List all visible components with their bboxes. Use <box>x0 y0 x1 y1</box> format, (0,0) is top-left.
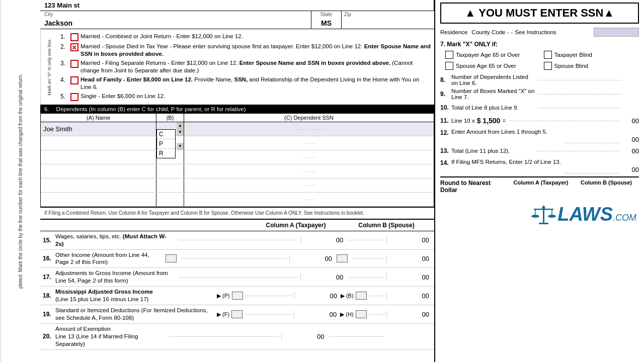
cpr-dropdown: C P R <box>156 129 176 158</box>
dependents-table: (A) Name (B) (C) Dependent SSN Joe Smith… <box>40 114 434 207</box>
round-header: Round to Nearest Dollar Column A (Taxpay… <box>440 176 639 196</box>
laws-logo-area: LAWS .COM <box>440 201 639 228</box>
mark-x-checkbox-2[interactable] <box>544 51 552 59</box>
dep-row-5: · - · - · <box>41 178 434 193</box>
dep-b-6[interactable] <box>156 193 184 206</box>
dep-name-3 <box>41 150 156 164</box>
ssn-banner: ▲ YOU MUST ENTER SSN▲ <box>440 3 639 24</box>
dep-ssn-4: · - · - · <box>184 164 434 178</box>
filing-checkbox-3[interactable] <box>70 60 78 68</box>
laws-wordmark: LAWS .COM <box>557 204 636 225</box>
right-panel: ▲ YOU MUST ENTER SSN▲ Residence County C… <box>435 0 644 362</box>
cpr-option-r[interactable]: R <box>157 149 175 158</box>
filing-status-section: Mark an "X" in only one box. 1. Married … <box>40 29 434 105</box>
right-line-14: 14. If Filing MFS Returns, Enter 1/2 of … <box>440 158 639 173</box>
residence-input[interactable] <box>594 28 639 37</box>
right-val-13: 00 <box>621 147 639 155</box>
residence-label: Residence <box>440 29 467 35</box>
mark-x-checkbox-3[interactable] <box>445 62 453 70</box>
dep-b-5[interactable] <box>156 178 184 192</box>
filing-vertical-label: Mark an "X" in only one box. <box>40 29 58 105</box>
filing-checkbox-5[interactable] <box>70 93 78 101</box>
filing-checkbox-2[interactable] <box>70 43 78 51</box>
filing-item-4: 4. Head of Family - Enter $8,000 on Line… <box>60 76 432 91</box>
county-label: County Code - <box>471 29 509 35</box>
filing-item-3: 3. Married - Filing Separate Returns - E… <box>60 59 432 74</box>
right-line-12: 12. Enter Amount from Lines 1 through 5.… <box>440 128 639 143</box>
dep-name-1: Joe Smith <box>41 122 156 136</box>
filing-item-5: 5. Single - Enter $6,000 on Line 12. <box>60 93 432 101</box>
line15-val-a: 00 <box>300 236 346 244</box>
line19-val-a: 00 <box>294 311 339 318</box>
mark-x-header: 7. Mark "X" ONLY if: <box>440 41 639 48</box>
filing-item-2: 2. Married - Spouse Died in Tax Year - P… <box>60 43 432 58</box>
filing-item-1: 1. Married - Combined or Joint Return - … <box>60 33 432 41</box>
dep-footer: If Filing a Combined Return, Use Column … <box>40 207 434 219</box>
city-state-zip: Jackson MS <box>40 18 434 29</box>
line16-box-a <box>166 254 177 262</box>
mark-x-checkbox-4[interactable] <box>544 62 552 70</box>
income-line-18: 18. Mississippi Adjusted Gross Income(Li… <box>40 287 434 305</box>
right-val-11: 00 <box>621 117 639 125</box>
cpr-option-c[interactable]: C <box>157 130 175 139</box>
dep-b-4[interactable] <box>156 164 184 178</box>
sidebar-text: pleted. Mark the circle by the line numb… <box>0 0 40 362</box>
filing-checkbox-1[interactable] <box>70 33 78 41</box>
line16-val-a: 00 <box>289 255 335 262</box>
line16-box-b <box>337 254 348 262</box>
dep-row-1: Joe Smith ▲ C P R ▼ · · · - · · - · · · … <box>41 122 434 136</box>
dep-ssn-2: · - · - · <box>184 136 434 150</box>
left-panel: 123 Main st City State Zip Jackson MS Ma… <box>40 0 435 362</box>
zip-field <box>342 18 434 29</box>
dep-b-dropdown-down[interactable]: ▼ <box>177 129 184 136</box>
right-line-13: 13. Total (Line 11 plus 12). 00 <box>440 145 639 156</box>
income-line-20: 20. Amount of ExemptionLine 13 (Line 14 … <box>40 324 434 350</box>
address-street-row: 123 Main st <box>40 0 434 11</box>
justice-scale-icon <box>530 201 557 228</box>
street-field: 123 Main st <box>40 0 434 11</box>
see-instructions: See Instructions <box>515 29 556 35</box>
mark-x-grid: Taxpayer Age 65 or Over Taxpayer Blind S… <box>440 51 639 70</box>
line18-box-a <box>232 292 243 300</box>
right-line-9: 9. Number of Boxes Marked "X" on Line 7. <box>440 88 639 100</box>
svg-point-7 <box>542 206 545 209</box>
dep-b-1[interactable]: ▲ C P R ▼ <box>156 122 184 136</box>
dep-name-2 <box>41 136 156 150</box>
mark-x-item-4: Spouse Blind <box>544 62 639 70</box>
residence-row: Residence County Code - - See Instructio… <box>440 28 639 37</box>
cpr-option-p[interactable]: P <box>157 139 175 149</box>
address-labels: City State Zip <box>40 11 434 18</box>
city-field: Jackson <box>40 18 311 29</box>
right-line-10: 10. Total of Line 8 plus Line 9. <box>440 102 639 113</box>
mark-x-item-1: Taxpayer Age 65 or Over <box>445 51 541 59</box>
dep-ssn-6: · - · - · <box>184 193 434 206</box>
mark-x-checkbox-1[interactable] <box>445 51 453 59</box>
round-label: Round to Nearest Dollar <box>440 179 491 194</box>
dep-b-dropdown-up[interactable]: ▲ <box>177 122 184 129</box>
right-val-12: 00 <box>621 136 639 143</box>
filing-items: 1. Married - Combined or Joint Return - … <box>58 29 434 105</box>
dep-b2-dropdown[interactable]: ▼ <box>177 143 184 150</box>
col-a-header: Column A (Taxpayer) <box>251 222 341 229</box>
dep-name-4 <box>41 164 156 178</box>
svg-rect-6 <box>539 223 548 224</box>
line18-val-a: 00 <box>294 292 340 300</box>
right-val-14: 00 <box>621 166 639 173</box>
line15-val-b: 00 <box>386 236 432 244</box>
filing-checkbox-4[interactable] <box>70 76 78 84</box>
dep-col-headers: (A) Name (B) (C) Dependent SSN <box>41 114 434 122</box>
dep-ssn-3: · - · - · <box>184 150 434 164</box>
svg-point-4 <box>531 215 539 218</box>
line17-val-b: 00 <box>386 274 432 281</box>
dep-name-5 <box>41 178 156 192</box>
income-col-headers: Column A (Taxpayer) Column B (Spouse) <box>40 219 434 231</box>
right-line-11: 11. Line 10 x $ 1,500 = 00 <box>440 115 639 126</box>
line16-val-b: 00 <box>386 255 432 262</box>
dep-ssn-1: · · · - · · - · · · · <box>184 122 434 136</box>
line18-box-b <box>356 292 367 300</box>
col-b-header: Column B (Spouse) <box>341 222 432 229</box>
income-line-19: 19. Standard or Itemized Deductions (For… <box>40 305 434 324</box>
line19-val-b: 00 <box>386 311 432 318</box>
income-line-16: 16. Other Income (Amount from Line 44, P… <box>40 250 434 268</box>
dep-row-2: ▼ · - · - · <box>41 136 434 150</box>
